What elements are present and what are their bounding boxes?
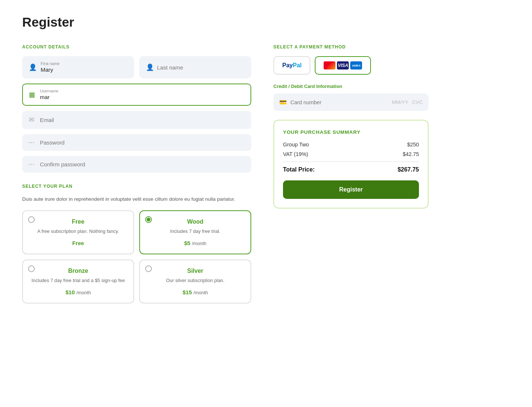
username-row: ▦ Username: [22, 84, 251, 106]
confirm-password-dots-icon: •••: [29, 162, 36, 166]
paypal-button[interactable]: PayPal: [273, 56, 310, 75]
plan-free-price: Free: [29, 240, 127, 246]
password-input[interactable]: [40, 139, 245, 146]
plan-description: Duis aute irure dolor in reprehenderit i…: [22, 196, 251, 203]
email-field[interactable]: ✉: [22, 111, 251, 129]
card-button[interactable]: VISA AMEX: [315, 56, 371, 75]
payment-methods: PayPal VISA AMEX: [273, 56, 429, 75]
summary-title: YOUR PURCHASE SUMMARY: [283, 129, 419, 135]
plan-free-name: Free: [29, 218, 127, 225]
purchase-summary: YOUR PURCHASE SUMMARY Group Two $250 VAT…: [273, 120, 429, 208]
account-details-label: ACCOUNT DETAILS: [22, 44, 251, 50]
card-number-input[interactable]: [290, 99, 388, 105]
email-icon: ✉: [29, 116, 36, 124]
plan-silver[interactable]: Silver Our silver subscription plan. $15…: [139, 260, 251, 303]
summary-item-price: $250: [407, 142, 419, 147]
page-title: Register: [22, 15, 510, 30]
first-name-field[interactable]: 👤 First name: [22, 56, 134, 78]
mm-yy-placeholder: MM/YY: [392, 99, 409, 105]
last-name-field[interactable]: 👤: [139, 56, 251, 78]
payment-section-label: SELECT A PAYMENT METHOD: [273, 44, 429, 50]
paypal-logo: PayPal: [282, 62, 301, 69]
username-icon: ▦: [29, 91, 36, 99]
amex-icon: AMEX: [350, 61, 362, 69]
plan-wood-desc: Includes 7 day free trial.: [146, 228, 245, 235]
summary-divider: [283, 162, 419, 162]
first-name-label: First name: [41, 61, 111, 66]
user-icon: 👤: [29, 64, 37, 71]
last-name-input[interactable]: [157, 64, 245, 71]
plans-grid: Free A free subscription plan. Nothing f…: [22, 210, 251, 303]
summary-item-name: Group Two: [283, 142, 309, 147]
summary-vat-amount: $42.75: [403, 151, 419, 157]
card-icons: VISA AMEX: [324, 61, 362, 69]
summary-vat-row: VAT (19%) $42.75: [283, 151, 419, 157]
register-button[interactable]: Register: [283, 180, 419, 199]
email-input[interactable]: [40, 117, 245, 123]
plan-wood-name: Wood: [146, 218, 245, 225]
card-info-label: Credit / Debit Card Information: [273, 84, 429, 89]
plan-free[interactable]: Free A free subscription plan. Nothing f…: [22, 210, 134, 254]
cvc-placeholder: CVC: [412, 99, 423, 105]
summary-total-row: Total Price: $267.75: [283, 166, 419, 173]
plan-silver-price: $15 /month: [146, 289, 245, 295]
select-plan-section: SELECT YOUR PLAN Duis aute irure dolor i…: [22, 184, 251, 303]
password-field[interactable]: •••: [22, 134, 251, 151]
plan-bronze-desc: Includes 7 day free trial and a $5 sign-…: [29, 277, 127, 284]
confirm-password-row: •••: [22, 156, 251, 173]
password-row: •••: [22, 134, 251, 151]
name-row: 👤 First name 👤: [22, 56, 251, 78]
plan-silver-name: Silver: [146, 268, 245, 274]
email-row: ✉: [22, 111, 251, 129]
plan-bronze-price: $10 /month: [29, 289, 127, 295]
user-icon-2: 👤: [146, 64, 153, 71]
plan-silver-desc: Our silver subscription plan.: [146, 277, 245, 284]
summary-item-row: Group Two $250: [283, 142, 419, 147]
first-name-input[interactable]: [41, 67, 111, 73]
plan-bronze-name: Bronze: [29, 268, 127, 274]
visa-icon: VISA: [337, 61, 349, 69]
card-input-row[interactable]: 💳 MM/YY CVC: [273, 94, 429, 111]
plan-wood-price: $5 /month: [146, 240, 245, 246]
plan-wood[interactable]: Wood Includes 7 day free trial. $5 /mont…: [139, 210, 251, 254]
card-icon: 💳: [279, 99, 287, 106]
mastercard-icon: [324, 61, 335, 69]
username-field[interactable]: ▦ Username: [22, 84, 251, 106]
summary-total-amount: $267.75: [398, 166, 419, 173]
confirm-password-input[interactable]: [40, 161, 245, 167]
summary-vat-label: VAT (19%): [283, 151, 308, 157]
summary-total-label: Total Price:: [283, 166, 315, 173]
select-plan-label: SELECT YOUR PLAN: [22, 184, 251, 189]
username-label: Username: [40, 89, 245, 93]
plan-free-desc: A free subscription plan. Nothing fancy.: [29, 228, 127, 235]
username-input[interactable]: [40, 94, 245, 100]
plan-bronze[interactable]: Bronze Includes 7 day free trial and a $…: [22, 260, 134, 303]
password-dots-icon: •••: [29, 140, 36, 145]
confirm-password-field[interactable]: •••: [22, 156, 251, 173]
